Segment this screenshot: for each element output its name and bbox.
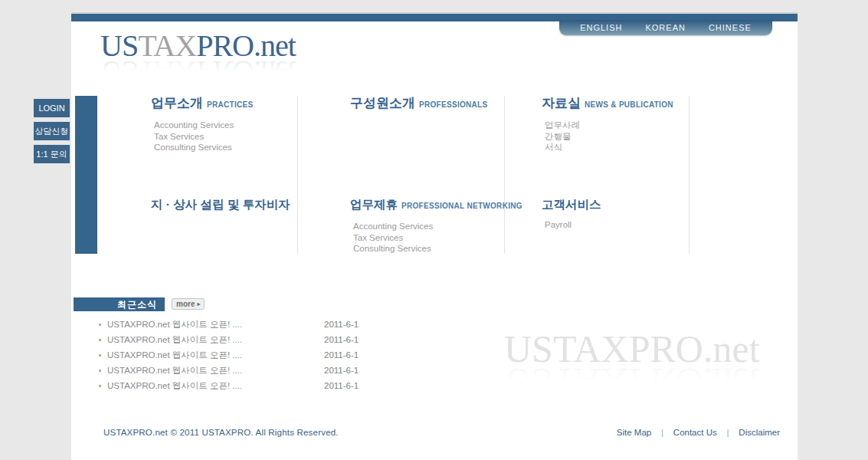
section-professionals: 구성원소개PROFESSIONALS [350,95,492,113]
section-title-news-publication[interactable]: 자료실 [542,96,581,110]
section-customer-service: 고객서비스 Payroll [542,196,683,231]
watermark-reflection: USTAXPRO.net [504,363,760,401]
section-subtitle-practices[interactable]: PRACTICES [207,100,253,109]
column-divider [297,96,298,254]
news-item[interactable]: USTAXPRO.net 웹사이트 오픈! .... 2011-6-1 [94,378,370,393]
menu-link-publications[interactable]: 간행물 [545,131,683,143]
news-item-date: 2011-6-1 [324,381,359,390]
menu-link-consulting-services[interactable]: Consulting Services [353,243,492,255]
menu-link-payroll[interactable]: Payroll [545,219,683,231]
footer-links: Site Map | Contact Us | Disclaimer [617,428,780,437]
news-item[interactable]: USTAXPRO.net 웹사이트 오픈! .... 2011-6-1 [94,332,370,347]
news-item[interactable]: USTAXPRO.net 웹사이트 오픈! .... 2011-6-1 [94,317,370,332]
left-accent-bar [75,96,97,254]
menu-link-tax-services[interactable]: Tax Services [353,232,492,244]
site-logo[interactable]: USTAXPRO.net USTAXPRO.net [100,31,296,87]
news-item-date: 2011-6-1 [324,350,359,360]
language-link-chinese[interactable]: CHINESE [709,23,752,32]
logo-reflection: USTAXPRO.net [100,56,296,87]
news-item-title[interactable]: USTAXPRO.net 웹사이트 오픈! .... [107,365,242,376]
news-item-title[interactable]: USTAXPRO.net 웹사이트 오픈! .... [107,319,242,330]
more-arrow-icon: ▸ [197,301,200,307]
column-divider [689,96,689,254]
section-title-branch-investment-visa[interactable]: 지 · 상사 설립 및 투자비자 [151,198,290,211]
section-branch-investment-visa: 지 · 상사 설립 및 투자비자 [151,196,293,212]
news-item-date: 2011-6-1 [324,335,359,344]
language-bar: ENGLISH KOREAN CHINESE [559,20,772,35]
section-subtitle-professional-networking[interactable]: PROFESSIONAL NETWORKING [401,202,522,210]
section-subtitle-professionals[interactable]: PROFESSIONALS [419,100,487,109]
background-watermark: USTAXPRO.net USTAXPRO.net [504,330,760,401]
copyright-text: USTAXPRO.net © 2011 USTAXPRO. All Rights… [103,428,339,437]
consult-request-button[interactable]: 상담신청 [33,121,70,141]
news-item-date: 2011-6-1 [324,320,359,329]
news-item-date: 2011-6-1 [324,366,359,375]
column-divider [504,96,505,254]
menu-link-case-studies[interactable]: 업무사례 [545,120,683,131]
menu-link-accounting-services[interactable]: Accounting Services [353,221,492,232]
news-item[interactable]: USTAXPRO.net 웹사이트 오픈! .... 2011-6-1 [94,347,370,363]
section-title-professionals[interactable]: 구성원소개 [350,96,415,110]
footer-separator: | [727,429,729,437]
bullet-icon [99,370,101,372]
footer-separator: | [661,429,663,437]
recent-news-header: 최근소식 [74,297,165,311]
footer-link-disclaimer[interactable]: Disclaimer [739,428,780,437]
login-button[interactable]: LOGIN [33,98,70,118]
footer-link-site-map[interactable]: Site Map [617,428,651,437]
section-title-practices[interactable]: 업무소개 [151,96,203,110]
section-professional-networking: 업무제휴PROFESSIONAL NETWORKING Accounting S… [350,196,492,255]
section-title-customer-service[interactable]: 고객서비스 [542,198,601,211]
menu-link-consulting-services[interactable]: Consulting Services [154,142,293,153]
menu-link-tax-services[interactable]: Tax Services [154,131,293,143]
footer-link-contact-us[interactable]: Contact Us [673,428,717,437]
language-link-english[interactable]: ENGLISH [580,23,622,32]
menu-link-forms[interactable]: 서식 [545,142,683,153]
one-to-one-inquiry-button[interactable]: 1:1 문의 [33,144,70,164]
language-link-korean[interactable]: KOREAN [645,23,685,32]
bullet-icon [99,324,101,326]
news-item[interactable]: USTAXPRO.net 웹사이트 오픈! .... 2011-6-1 [94,363,370,378]
section-news-publication: 자료실NEWS & PUBLICATION 업무사례 간행물 서식 [542,95,683,153]
bullet-icon [99,385,101,387]
news-more-label: more [176,300,195,308]
news-list: USTAXPRO.net 웹사이트 오픈! .... 2011-6-1 USTA… [94,317,370,393]
section-practices: 업무소개PRACTICES Accounting Services Tax Se… [151,95,293,153]
bullet-icon [99,354,101,356]
section-subtitle-news-publication[interactable]: NEWS & PUBLICATION [585,100,673,109]
section-title-professional-networking[interactable]: 업무제휴 [350,198,398,211]
news-item-title[interactable]: USTAXPRO.net 웹사이트 오픈! .... [107,380,242,392]
news-item-title[interactable]: USTAXPRO.net 웹사이트 오픈! .... [107,350,242,361]
news-item-title[interactable]: USTAXPRO.net 웹사이트 오픈! .... [107,334,242,346]
menu-link-accounting-services[interactable]: Accounting Services [154,120,293,131]
bullet-icon [99,339,101,341]
news-more-button[interactable]: more ▸ [172,298,205,310]
